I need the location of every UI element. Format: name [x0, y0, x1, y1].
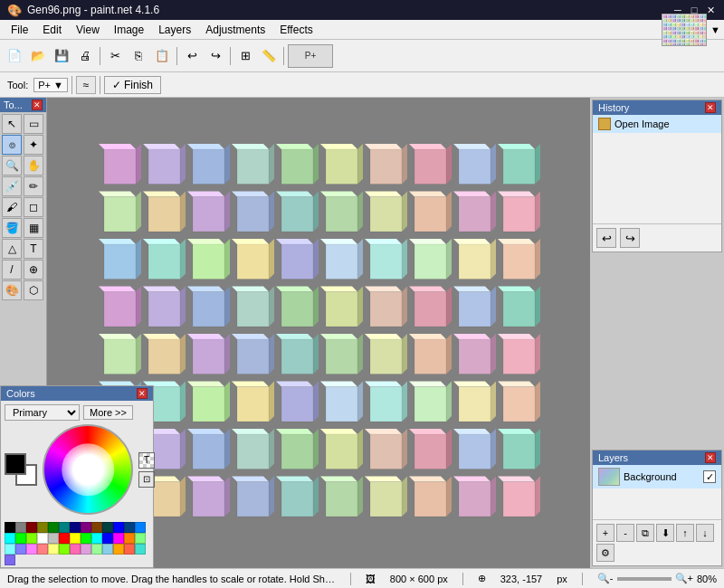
ruler-button[interactable]: 📏 [258, 45, 280, 67]
zoom-slider[interactable] [617, 577, 672, 581]
palette-color-25[interactable] [135, 533, 146, 544]
grid-button[interactable]: ⊞ [234, 45, 256, 67]
palette-color-39[interactable] [5, 555, 15, 565]
redo-button[interactable]: ↪ [205, 45, 226, 67]
palette-color-8[interactable] [91, 522, 102, 533]
palette-color-36[interactable] [113, 544, 124, 555]
tool-recolor[interactable]: 🎨 [2, 280, 22, 300]
new-button[interactable]: 📄 [4, 45, 25, 67]
paste-button[interactable]: 📋 [151, 45, 173, 67]
tool-zoom[interactable]: 🔍 [2, 156, 22, 175]
palette-color-11[interactable] [124, 522, 135, 533]
menu-adjustments[interactable]: Adjustments [198, 22, 272, 38]
history-panel-close[interactable]: ✕ [705, 102, 716, 113]
palette-color-30[interactable] [48, 544, 59, 555]
color-wheel-cursor[interactable] [83, 469, 90, 477]
palette-color-32[interactable] [70, 544, 81, 555]
tool-eraser[interactable]: ◻ [24, 197, 43, 217]
palette-color-15[interactable] [26, 533, 37, 544]
merge-layer-button[interactable]: ⬇ [656, 524, 674, 542]
palette-color-2[interactable] [26, 522, 37, 533]
tool-select-lasso[interactable]: ⌾ [2, 135, 22, 155]
palette-color-3[interactable] [37, 522, 48, 533]
tool-dropdown[interactable]: P+ ▼ [33, 78, 68, 92]
redo-history-button[interactable]: ↪ [620, 228, 640, 248]
palette-color-27[interactable] [15, 544, 26, 555]
more-colors-button[interactable]: More >> [83, 405, 133, 420]
palette-color-6[interactable] [70, 522, 81, 533]
palette-color-17[interactable] [48, 533, 59, 544]
menu-layers[interactable]: Layers [151, 22, 198, 38]
tools-panel-close[interactable]: ✕ [32, 100, 43, 110]
menu-view[interactable]: View [69, 22, 107, 38]
tool-paintbrush[interactable]: 🖌 [2, 197, 22, 217]
palette-color-5[interactable] [59, 522, 70, 533]
layer-visibility-check[interactable]: ✓ [703, 470, 716, 483]
palette-color-28[interactable] [26, 544, 37, 555]
palette-color-31[interactable] [59, 544, 70, 555]
tool-select-magic[interactable]: ✦ [24, 135, 43, 155]
undo-button[interactable]: ↩ [181, 45, 203, 67]
colors-panel-close[interactable]: ✕ [137, 388, 148, 399]
palette-color-22[interactable] [102, 533, 113, 544]
tool-arrow[interactable]: ↖ [2, 114, 22, 134]
layer-up-button[interactable]: ↑ [676, 524, 694, 542]
zoom-out-btn[interactable]: 🔍- [597, 573, 614, 584]
tool-pencil[interactable]: ✏ [24, 176, 43, 196]
palette-color-19[interactable] [70, 533, 81, 544]
copy-button[interactable]: ⎘ [128, 45, 149, 67]
tool-options[interactable]: P+ [288, 44, 333, 68]
open-button[interactable]: 📂 [27, 45, 49, 67]
palette-color-4[interactable] [48, 522, 59, 533]
save-button[interactable]: 💾 [51, 45, 72, 67]
tool-line[interactable]: / [2, 260, 22, 280]
palette-color-21[interactable] [91, 533, 102, 544]
cut-button[interactable]: ✂ [104, 45, 126, 67]
undo-history-button[interactable]: ↩ [596, 228, 616, 248]
layer-item[interactable]: Background ✓ [593, 465, 721, 488]
thumbnail-arrow[interactable]: ▼ [710, 24, 720, 35]
history-item[interactable]: Open Image [593, 115, 721, 133]
palette-color-20[interactable] [81, 533, 91, 544]
tool-gradient[interactable]: ▦ [24, 218, 43, 238]
menu-edit[interactable]: Edit [35, 22, 69, 38]
palette-color-23[interactable] [113, 533, 124, 544]
duplicate-layer-button[interactable]: ⧉ [636, 524, 654, 542]
print-button[interactable]: 🖨 [74, 45, 96, 67]
palette-color-1[interactable] [15, 522, 26, 533]
palette-color-34[interactable] [91, 544, 102, 555]
palette-color-9[interactable] [102, 522, 113, 533]
color-extra-2[interactable]: ⊡ [138, 471, 155, 488]
tool-eyedropper[interactable]: 💉 [2, 176, 22, 196]
color-mode-select[interactable]: Primary Secondary [5, 404, 80, 421]
tool-clone[interactable]: ⊕ [24, 260, 43, 280]
tool-pan[interactable]: ✋ [24, 156, 43, 175]
palette-color-12[interactable] [135, 522, 146, 533]
palette-color-24[interactable] [124, 533, 135, 544]
palette-color-26[interactable] [5, 544, 15, 555]
palette-color-13[interactable] [5, 533, 15, 544]
color-wheel[interactable] [43, 424, 133, 515]
layers-panel-close[interactable]: ✕ [705, 452, 716, 463]
palette-color-14[interactable] [15, 533, 26, 544]
menu-image[interactable]: Image [107, 22, 151, 38]
menu-file[interactable]: File [4, 22, 35, 38]
palette-color-33[interactable] [81, 544, 91, 555]
foreground-color-swatch[interactable] [5, 453, 26, 475]
main-canvas[interactable] [97, 142, 540, 522]
palette-color-18[interactable] [59, 533, 70, 544]
menu-effects[interactable]: Effects [272, 22, 319, 38]
tool-shape[interactable]: △ [2, 239, 22, 259]
tool-bucket[interactable]: 🪣 [2, 218, 22, 238]
add-layer-button[interactable]: + [596, 524, 614, 542]
delete-layer-button[interactable]: - [616, 524, 634, 542]
palette-color-16[interactable] [37, 533, 48, 544]
tool-text[interactable]: T [24, 239, 43, 259]
tool-select-rect[interactable]: ▭ [24, 114, 43, 134]
palette-color-0[interactable] [5, 522, 15, 533]
transparency-toggle[interactable]: T [138, 452, 155, 469]
palette-color-35[interactable] [102, 544, 113, 555]
antialiasing-toggle[interactable]: ≈ [76, 76, 96, 94]
tool-extra[interactable]: ⬡ [24, 280, 43, 300]
palette-color-7[interactable] [81, 522, 91, 533]
